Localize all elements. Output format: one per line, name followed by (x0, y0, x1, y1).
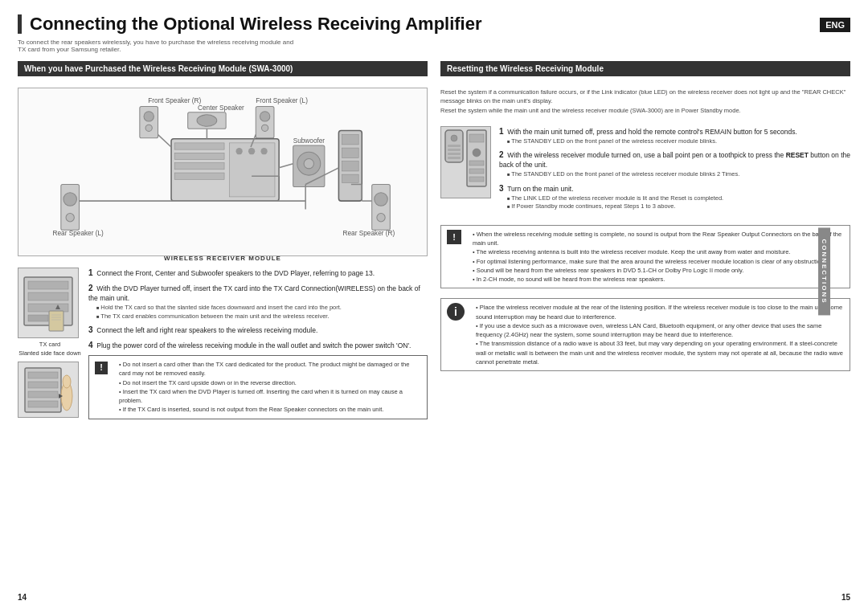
reset-step-1: 1 With the main unit turned off, press a… (499, 126, 850, 146)
svg-rect-29 (61, 185, 80, 231)
svg-rect-53 (28, 315, 48, 321)
svg-text:Rear Speaker (R): Rear Speaker (R) (343, 231, 395, 238)
svg-rect-77 (469, 169, 484, 174)
reset-step1-bullet1: The STANDBY LED on the front panel of th… (499, 137, 850, 146)
reset-steps-text: 1 With the main unit turned off, press a… (499, 126, 850, 215)
step-4: 4 Plug the power cord of the wireless re… (88, 340, 428, 351)
svg-text:Front Speaker (L): Front Speaker (L) (256, 98, 308, 105)
svg-point-31 (66, 214, 74, 222)
svg-rect-63 (28, 401, 58, 407)
info-icon-2: i (447, 303, 465, 321)
right-section-title: Resetting the Wireless Receiving Module (440, 61, 850, 76)
step-2: 2 With the DVD Player turned off, insert… (88, 283, 428, 321)
svg-rect-71 (448, 153, 461, 155)
svg-rect-61 (28, 382, 58, 388)
svg-point-7 (261, 125, 268, 131)
info-text-2: Place the wireless receiver module at th… (469, 303, 844, 366)
svg-text:Center Speaker: Center Speaker (198, 104, 244, 112)
svg-rect-69 (448, 145, 461, 147)
svg-rect-50 (28, 281, 68, 289)
svg-point-23 (260, 148, 267, 154)
reset-step-3: 3 Turn on the main unit. The LINK LED of… (499, 183, 850, 211)
svg-point-33 (375, 193, 388, 206)
svg-rect-62 (28, 391, 58, 398)
svg-rect-17 (174, 153, 224, 159)
svg-point-14 (304, 159, 313, 169)
svg-point-68 (451, 135, 457, 141)
main-content: When you have Purchased the Wireless Rec… (18, 61, 850, 586)
svg-rect-51 (28, 292, 68, 300)
reset-step3-bullet2: If Power Standby mode continues, repeat … (499, 202, 850, 211)
svg-line-35 (158, 135, 172, 147)
main-title: Connecting the Optional Wireless Receivi… (30, 14, 482, 34)
step2-bullet1: Hold the TX card so that the slanted sid… (88, 304, 428, 313)
page-numbers: 14 15 (18, 593, 850, 602)
tx-card-label: TX card (18, 341, 82, 348)
svg-rect-72 (448, 157, 461, 159)
warning-text: Do not insert a card other than the TX c… (113, 360, 421, 415)
left-col: When you have Purchased the Wireless Rec… (18, 61, 428, 586)
svg-point-75 (473, 149, 481, 157)
svg-point-22 (248, 148, 255, 154)
svg-rect-26 (342, 148, 359, 157)
diagram-label: WIRELESS RECEIVER MODULE (23, 255, 422, 262)
slanted-label: Slanted side face down (18, 349, 82, 357)
svg-text:Front Speaker (R): Front Speaker (R) (148, 98, 201, 105)
page-header: Connecting the Optional Wireless Receivi… (18, 14, 850, 34)
svg-rect-18 (174, 163, 224, 170)
svg-line-38 (279, 164, 293, 168)
svg-rect-74 (469, 134, 484, 142)
left-steps-section: TX card Slanted side face down (18, 268, 428, 419)
info-box-2: i Place the wireless receiver module at … (440, 298, 850, 371)
svg-rect-54 (49, 311, 63, 331)
left-section-title: When you have Purchased the Wireless Rec… (18, 61, 428, 76)
reset-step-2: 2 With the wireless receiver module turn… (499, 149, 850, 178)
tx-card-image: TX card Slanted side face down (18, 268, 82, 419)
reset-description: Reset the system if a communication fail… (440, 88, 850, 115)
step-3: 3 Connect the left and right rear speake… (88, 325, 428, 336)
svg-rect-70 (448, 149, 461, 151)
connections-tab: CONNECTIONS (818, 227, 830, 315)
svg-text:Rear Speaker (L): Rear Speaker (L) (53, 231, 104, 238)
svg-text:Subwoofer: Subwoofer (293, 137, 326, 145)
reset-device-image (440, 126, 493, 215)
right-col: Resetting the Wireless Receiving Module … (440, 61, 850, 586)
svg-rect-27 (342, 161, 359, 171)
step2-bullet2: The TX card enables communication betwee… (88, 313, 428, 321)
svg-rect-25 (342, 135, 359, 145)
step-1: 1 Connect the Front, Center and Subwoofe… (88, 268, 428, 279)
left-steps-text: 1 Connect the Front, Center and Subwoofe… (88, 268, 428, 419)
svg-rect-16 (174, 143, 224, 149)
svg-point-30 (63, 193, 77, 206)
reset-steps-section: 1 With the main unit turned off, press a… (440, 126, 850, 215)
reset-step2-bullet1: The STANDBY LED on the front panel of th… (499, 170, 850, 179)
page-number-left: 14 (18, 593, 27, 602)
page-number-right: 15 (841, 593, 850, 602)
svg-point-6 (260, 112, 269, 121)
info-icon-1: ! (447, 230, 461, 244)
page-container: Connecting the Optional Wireless Receivi… (0, 0, 868, 613)
subtitle: To connect the rear speakers wirelessly,… (18, 39, 850, 53)
svg-point-3 (144, 112, 154, 121)
warning-icon: ! (95, 362, 108, 374)
info-text-1: When the wireless receiving module setti… (466, 230, 844, 284)
svg-rect-28 (342, 174, 359, 182)
svg-point-34 (377, 214, 385, 222)
eng-badge: ENG (820, 18, 850, 32)
svg-rect-60 (28, 372, 58, 378)
svg-rect-78 (469, 177, 484, 182)
svg-point-4 (145, 125, 152, 131)
svg-rect-32 (372, 185, 391, 231)
wireless-module-diagram: Front Speaker (R) Front Speaker (L) Cent… (18, 88, 428, 256)
info-box-1: ! When the wireless receiving module set… (440, 225, 850, 289)
svg-rect-76 (469, 161, 484, 166)
reset-step3-bullet1: The LINK LED of the wireless receiver mo… (499, 194, 850, 203)
svg-point-21 (236, 148, 243, 154)
left-warning-box: ! Do not insert a card other than the TX… (88, 355, 428, 419)
svg-point-65 (63, 375, 71, 388)
svg-rect-19 (174, 173, 224, 179)
svg-point-10 (197, 115, 217, 126)
